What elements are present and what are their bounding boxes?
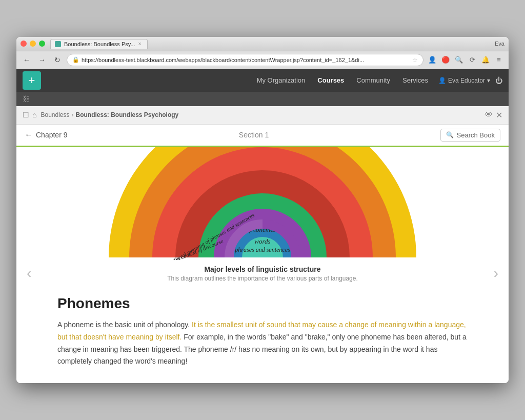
lms-link-bar: ⛓: [16, 92, 509, 106]
article-heading: Phonemes: [57, 295, 468, 312]
toolbar-icons: 👤 🔴 🔍 ⟳ 🔔 ≡: [427, 54, 504, 66]
lms-nav: My Organization Courses Community Servic…: [257, 76, 428, 84]
menu-icon[interactable]: ≡: [493, 54, 504, 66]
article-body: A phoneme is the basic unit of phonology…: [57, 319, 468, 368]
tab-favicon: [55, 41, 61, 47]
extensions-icon[interactable]: 🔴: [440, 54, 451, 66]
caption-area: Major levels of linguistic structure Thi…: [31, 265, 493, 282]
nav-my-organization[interactable]: My Organization: [257, 76, 306, 84]
power-button[interactable]: ⏻: [495, 76, 502, 85]
linguistic-diagram: phonemes words phrases and sentences lit…: [83, 147, 442, 260]
close-button[interactable]: [21, 41, 27, 47]
article-body-start: A phoneme is the basic unit of phonology…: [57, 321, 192, 329]
chapter-label: Chapter 9: [36, 131, 67, 139]
lms-user-menu[interactable]: 👤 Eva Educator ▾: [438, 77, 490, 84]
traffic-lights: [21, 41, 45, 47]
minimize-button[interactable]: [30, 41, 36, 47]
bookmark-icon: ☆: [412, 56, 418, 64]
diagram-caption: This diagram outlines the importance of …: [42, 275, 483, 282]
content-nav: ← Chapter 9 Section 1 🔍 Search Book: [16, 125, 509, 147]
tab-close-button[interactable]: ×: [138, 41, 142, 47]
content-area: phonemes words phrases and sentences lit…: [16, 147, 509, 383]
reload-button[interactable]: ↻: [51, 54, 64, 66]
user-icon[interactable]: 👤: [427, 54, 438, 66]
window-user: Eva: [495, 41, 504, 47]
user-person-icon: 👤: [438, 77, 446, 84]
svg-text:phrases and sentences: phrases and sentences: [234, 246, 290, 253]
svg-text:words: words: [254, 237, 270, 245]
breadcrumb-path-start: Boundless: [41, 111, 69, 118]
search-book-input[interactable]: 🔍 Search Book: [440, 129, 500, 142]
notifications-icon[interactable]: 🔔: [480, 54, 491, 66]
browser-window: Boundless: Boundless Psy... × Eva ← → ↻ …: [16, 37, 509, 383]
breadcrumb-separator: ›: [72, 111, 74, 118]
url-text: https://boundless-test.blackboard.com/we…: [82, 57, 410, 63]
back-button[interactable]: ←: [21, 54, 33, 66]
next-button[interactable]: ›: [494, 266, 498, 281]
tab-bar: Boundless: Boundless Psy... ×: [50, 39, 495, 49]
prev-button[interactable]: ‹: [27, 266, 31, 281]
search-icon: 🔍: [446, 131, 454, 138]
lms-header: + My Organization Courses Community Serv…: [16, 69, 509, 92]
nav-community[interactable]: Community: [356, 76, 390, 84]
home-icon[interactable]: ⌂: [32, 111, 36, 119]
nav-services[interactable]: Services: [402, 76, 428, 84]
diagram-container: phonemes words phrases and sentences lit…: [16, 147, 509, 260]
diagram-title: Major levels of linguistic structure: [42, 265, 483, 273]
title-bar: Boundless: Boundless Psy... × Eva: [16, 37, 509, 51]
tab-label: Boundless: Boundless Psy...: [64, 41, 135, 47]
back-arrow-icon: ←: [25, 130, 33, 139]
nav-courses[interactable]: Courses: [317, 76, 344, 84]
breadcrumb-bar: ☐ ⌂ Boundless › Boundless: Boundless Psy…: [16, 106, 509, 125]
forward-button[interactable]: →: [36, 54, 48, 66]
browser-toolbar: ← → ↻ 🔒 https://boundless-test.blackboar…: [16, 51, 509, 69]
chapter-back-button[interactable]: ← Chapter 9: [25, 130, 67, 139]
chain-link-icon: ⛓: [23, 95, 30, 103]
breadcrumb-icons: ☐ ⌂: [23, 111, 36, 119]
window-icon[interactable]: ☐: [23, 111, 29, 119]
close-icon[interactable]: ✕: [496, 110, 502, 120]
refresh-icon[interactable]: ⟳: [467, 54, 478, 66]
zoom-icon[interactable]: 🔍: [453, 54, 465, 66]
user-dropdown-icon: ▾: [487, 77, 490, 84]
address-bar[interactable]: 🔒 https://boundless-test.blackboard.com/…: [67, 54, 423, 66]
browser-tab[interactable]: Boundless: Boundless Psy... ×: [50, 39, 148, 49]
section-label: Section 1: [73, 131, 434, 139]
article: Phonemes A phoneme is the basic unit of …: [16, 287, 509, 383]
ssl-lock-icon: 🔒: [72, 56, 79, 63]
breadcrumb-current: Boundless: Boundless Psychology: [76, 111, 179, 118]
lms-plus-button[interactable]: +: [23, 71, 41, 90]
eye-icon[interactable]: 👁: [484, 110, 493, 120]
maximize-button[interactable]: [39, 41, 45, 47]
user-name: Eva Educator: [448, 77, 485, 84]
breadcrumb-actions: 👁 ✕: [484, 110, 502, 120]
search-book-label: Search Book: [457, 131, 495, 139]
prev-next-area: ‹ Major levels of linguistic structure T…: [16, 260, 509, 287]
